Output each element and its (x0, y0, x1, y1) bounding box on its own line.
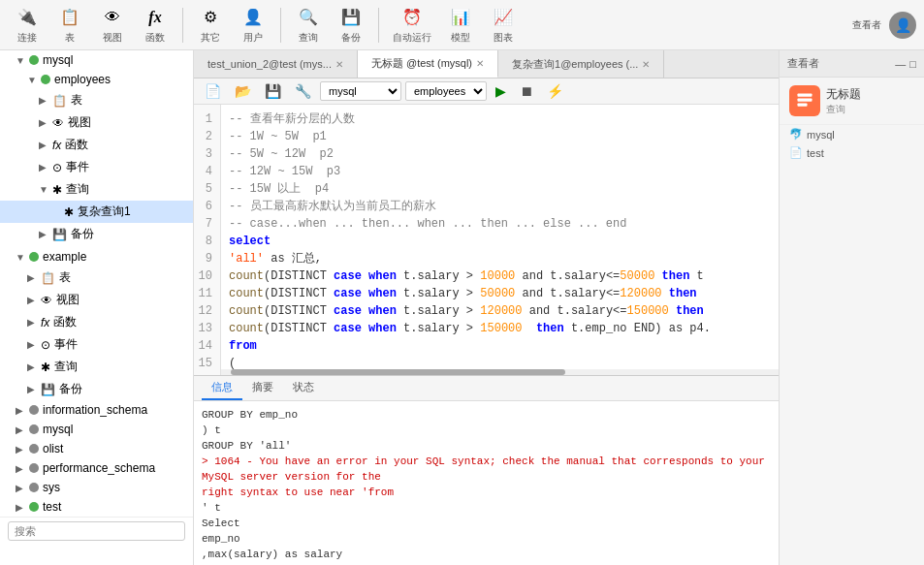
sidebar-item-queries[interactable]: ▼ ✱ 查询 (0, 178, 193, 201)
sidebar-label-example: example (43, 250, 86, 264)
arrow-ex-events: ▶ (27, 339, 37, 350)
result-error-line2: right syntax to use near 'from (202, 485, 771, 500)
ex-func-icon: fx (41, 316, 49, 330)
sidebar-item-ex-events[interactable]: ▶ ⊙ 事件 (0, 333, 193, 356)
arrow-sys: ▶ (16, 483, 25, 493)
toolbar-function[interactable]: fx 函数 (136, 2, 175, 48)
sidebar-label-backup: 备份 (71, 226, 94, 242)
svg-rect-2 (798, 104, 808, 107)
toolbar-other[interactable]: ⚙ 其它 (191, 2, 230, 48)
code-line-14: from (229, 337, 771, 355)
sidebar-label-ex-events: 事件 (54, 336, 78, 353)
toolbar-chart[interactable]: 📈 图表 (484, 2, 523, 48)
backup-label: 备份 (341, 31, 361, 45)
query-panel-schema: 📄 test (780, 143, 924, 162)
toolbar-sep3 (378, 8, 379, 43)
db-dot-is (29, 405, 39, 415)
toolbar-user[interactable]: 👤 用户 (234, 2, 272, 48)
db-dot-test (29, 502, 39, 512)
sidebar-item-functions[interactable]: ▶ fx 函数 (0, 134, 193, 156)
editor-panel: 📄 📂 💾 🔧 mysql employees test employees t… (194, 78, 779, 565)
code-line-2: -- 1W ~ 5W p1 (229, 128, 771, 145)
views-icon-sidebar: 👁 (52, 116, 64, 130)
sidebar-item-perf-schema[interactable]: ▶ performance_schema (0, 458, 193, 478)
sidebar-item-tables[interactable]: ▶ 📋 表 (0, 89, 193, 111)
tab-summary[interactable]: 摘要 (242, 376, 283, 400)
ex-queries-icon: ✱ (41, 361, 50, 374)
sidebar-item-example[interactable]: ▼ example (0, 247, 193, 267)
toolbar-connect[interactable]: 🔌 连接 (8, 2, 47, 48)
sidebar-label-views: 视图 (68, 114, 91, 131)
sidebar-item-ex-backup[interactable]: ▶ 💾 备份 (0, 378, 193, 400)
query-panel-schema-label: test (807, 147, 824, 159)
run-btn[interactable]: ▶ (491, 81, 511, 101)
window-min-icon[interactable]: — (895, 58, 906, 70)
tab-complex-query-label: 复杂查询1@employees (... (512, 57, 638, 72)
toolbar-automation[interactable]: ⏰ 自动运行 (387, 2, 437, 48)
code-pane[interactable]: 12345 678910 1112131415 -- 查看年薪分层的人数 -- … (194, 105, 779, 376)
sidebar-item-ex-views[interactable]: ▶ 👁 视图 (0, 289, 193, 311)
sidebar-search-container (0, 517, 193, 545)
sidebar-item-employees[interactable]: ▼ employees (0, 70, 193, 89)
main-layout: ▼ mysql ▼ employees ▶ 📋 表 ▶ 👁 视图 ▶ fx 函数… (0, 50, 924, 565)
sidebar-item-ex-functions[interactable]: ▶ fx 函数 (0, 311, 193, 333)
sidebar-item-mysql2[interactable]: ▶ mysql (0, 420, 193, 439)
arrow-olist: ▶ (16, 444, 25, 455)
explain-btn[interactable]: ⚡ (542, 81, 568, 101)
query-panel-db-label: mysql (807, 129, 835, 141)
schema-selector[interactable]: employees test (405, 81, 487, 101)
sidebar-label-sys: sys (43, 481, 60, 494)
toolbar-view[interactable]: 👁 视图 (93, 2, 132, 48)
code-line-12: count(DISTINCT case when t.salary > 1200… (229, 302, 771, 320)
main-toolbar: 🔌 连接 📋 表 👁 视图 fx 函数 ⚙ 其它 👤 用户 🔍 查询 💾 备份 … (0, 0, 924, 50)
arrow-mysql2: ▶ (16, 424, 25, 435)
sidebar-item-backup[interactable]: ▶ 💾 备份 (0, 223, 193, 245)
tab-complex-query[interactable]: 复杂查询1@employees (... ✕ (498, 50, 664, 78)
tab-complex-query-close[interactable]: ✕ (642, 59, 650, 70)
query-label: 查询 (299, 31, 318, 45)
sidebar-item-views[interactable]: ▶ 👁 视图 (0, 111, 193, 134)
toolbar-backup[interactable]: 💾 备份 (332, 2, 370, 48)
tab-test-union-close[interactable]: ✕ (335, 59, 343, 70)
tab-untitled[interactable]: 无标题 @test (mysql) ✕ (358, 50, 498, 78)
result-line-3: GROUP BY 'all' (202, 438, 771, 454)
user-avatar[interactable]: 👤 (889, 12, 916, 39)
toolbar-query[interactable]: 🔍 查询 (289, 2, 328, 48)
sidebar-item-test[interactable]: ▶ test (0, 497, 193, 517)
sidebar-item-sys[interactable]: ▶ sys (0, 478, 193, 497)
new-query-btn[interactable]: 📄 (200, 81, 226, 101)
code-line-3: -- 5W ~ 12W p2 (229, 145, 771, 163)
horizontal-scrollbar[interactable] (221, 369, 779, 375)
tab-status[interactable]: 状态 (283, 376, 324, 400)
sidebar-item-mysql[interactable]: ▼ mysql (0, 50, 193, 70)
tab-info[interactable]: 信息 (202, 376, 242, 400)
automation-label: 自动运行 (393, 31, 431, 45)
result-line-4: ' t (202, 500, 771, 516)
tab-untitled-close[interactable]: ✕ (476, 58, 484, 69)
right-panel: 查看者 — □ 无标题 查询 🐬 mysql 📄 (779, 50, 924, 565)
sidebar-item-events[interactable]: ▶ ⊙ 事件 (0, 156, 193, 178)
stop-btn[interactable]: ⏹ (515, 81, 538, 101)
sidebar-item-complex-query1[interactable]: ✱ 复杂查询1 (0, 201, 193, 223)
query-panel-info: 无标题 查询 (826, 86, 914, 116)
save-btn[interactable]: 💾 (260, 81, 286, 101)
line-numbers: 12345 678910 1112131415 (194, 105, 221, 376)
toolbar-model[interactable]: 📊 模型 (441, 2, 480, 48)
window-max-icon[interactable]: □ (909, 58, 916, 70)
format-btn[interactable]: 🔧 (290, 81, 316, 101)
db-dot-sys (29, 483, 39, 492)
open-btn[interactable]: 📂 (230, 81, 256, 101)
toolbar-table[interactable]: 📋 表 (50, 2, 89, 48)
sidebar-item-olist[interactable]: ▶ olist (0, 439, 193, 458)
db-selector[interactable]: mysql employees test (320, 81, 401, 101)
sidebar-label-mysql: mysql (43, 53, 73, 67)
sidebar-search-input[interactable] (8, 521, 185, 541)
sidebar-item-ex-queries[interactable]: ▶ ✱ 查询 (0, 356, 193, 378)
arrow-employees: ▼ (27, 75, 37, 85)
sidebar-item-ex-tables[interactable]: ▶ 📋 表 (0, 267, 193, 289)
code-content[interactable]: -- 查看年薪分层的人数 -- 1W ~ 5W p1 -- 5W ~ 12W p… (221, 105, 779, 376)
user-icon: 👤 (241, 6, 265, 29)
tab-test-union[interactable]: test_union_2@test (mys... ✕ (194, 50, 358, 78)
sidebar-item-info-schema[interactable]: ▶ information_schema (0, 400, 193, 420)
sidebar: ▼ mysql ▼ employees ▶ 📋 表 ▶ 👁 视图 ▶ fx 函数… (0, 50, 194, 565)
